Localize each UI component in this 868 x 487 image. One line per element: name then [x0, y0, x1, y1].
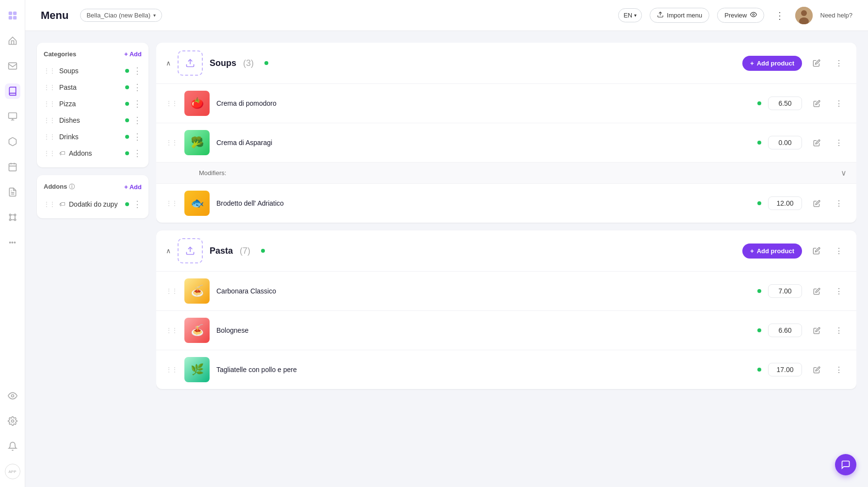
- svg-rect-2: [8, 16, 12, 19]
- price-input-crema-asparagi[interactable]: [768, 136, 802, 149]
- item-more-icon[interactable]: ⋮: [133, 200, 142, 209]
- add-addon-button[interactable]: + Add: [124, 183, 142, 191]
- plus-icon: +: [750, 247, 754, 255]
- soups-collapse-button[interactable]: ∧: [166, 59, 171, 67]
- soups-status-dot: [264, 61, 268, 65]
- product-drag-icon: ⋮⋮: [166, 288, 178, 294]
- product-more-button[interactable]: ⋮: [831, 323, 847, 338]
- drag-handle-icon: ⋮⋮: [44, 67, 55, 74]
- product-row-carbonara: ⋮⋮ 🍝 Carbonara Classico ⋮: [156, 272, 856, 311]
- import-menu-label: Import menu: [667, 12, 702, 19]
- monitor-icon[interactable]: [5, 109, 20, 124]
- product-edit-button[interactable]: [809, 135, 824, 150]
- more-dots-icon[interactable]: •••: [5, 235, 20, 250]
- sidebar-item-dishes[interactable]: ⋮⋮ Dishes ⋮: [37, 112, 148, 129]
- soups-edit-button[interactable]: [809, 55, 824, 71]
- item-more-icon[interactable]: ⋮: [133, 83, 142, 92]
- lang-chevron-icon: ▾: [634, 13, 637, 18]
- pasta-image-upload[interactable]: [178, 238, 203, 263]
- pasta-status-dot: [261, 249, 265, 253]
- soups-add-product-button[interactable]: + Add product: [742, 56, 802, 71]
- chat-bubble-button[interactable]: [835, 454, 856, 475]
- box-icon[interactable]: [5, 134, 20, 149]
- language-button[interactable]: EN ▾: [618, 8, 642, 22]
- pasta-more-button[interactable]: ⋮: [831, 243, 847, 259]
- pasta-category-name: Pasta: [210, 246, 233, 256]
- product-edit-button[interactable]: [809, 195, 824, 211]
- drag-handle-icon: ⋮⋮: [44, 150, 55, 157]
- price-input-carbonara[interactable]: [768, 284, 802, 298]
- mail-icon[interactable]: [5, 58, 20, 74]
- soups-more-button[interactable]: ⋮: [831, 55, 847, 71]
- item-more-icon[interactable]: ⋮: [133, 66, 142, 75]
- categories-header: Categories + Add: [37, 49, 148, 63]
- product-row-crema-asparagi: ⋮⋮ 🥦 Crema di Asparagi ⋮: [156, 123, 856, 162]
- restaurant-badge[interactable]: Bella_Ciao (new Bella) ▾: [80, 9, 162, 22]
- integration-icon[interactable]: [5, 210, 20, 225]
- svg-point-14: [753, 14, 754, 16]
- product-edit-button[interactable]: [809, 323, 824, 338]
- addons-help-icon[interactable]: ⓘ: [69, 183, 75, 190]
- product-row-brodetto: ⋮⋮ 🐟 Brodetto dell' Adriatico ⋮: [156, 184, 856, 223]
- product-more-button[interactable]: ⋮: [831, 195, 847, 211]
- sidebar-item-dodatki[interactable]: ⋮⋮ 🏷 Dodatki do zupy ⋮: [37, 196, 148, 212]
- modifiers-chevron-icon[interactable]: ∨: [841, 168, 847, 178]
- brand-icon: APP: [5, 464, 20, 479]
- svg-rect-0: [8, 12, 12, 15]
- price-input-tagliatelle[interactable]: [768, 363, 802, 376]
- sidebar-item-label: Pizza: [59, 100, 121, 108]
- sidebar-item-label: Dishes: [59, 116, 121, 124]
- product-more-button[interactable]: ⋮: [831, 135, 847, 150]
- product-edit-button[interactable]: [809, 96, 824, 111]
- price-input-brodetto[interactable]: [768, 196, 802, 210]
- product-status-dot: [757, 289, 761, 293]
- svg-point-8: [14, 214, 16, 215]
- price-input-bolognese[interactable]: [768, 324, 802, 337]
- soups-image-upload[interactable]: [178, 50, 203, 76]
- sidebar-item-drinks[interactable]: ⋮⋮ Drinks ⋮: [37, 129, 148, 145]
- menu-book-icon[interactable]: [5, 83, 20, 99]
- drag-handle-icon: ⋮⋮: [44, 117, 55, 124]
- pasta-category-block: ∧ Pasta (7) + Add product: [156, 230, 856, 389]
- eye-icon[interactable]: [5, 388, 20, 404]
- sidebar-item-addons[interactable]: ⋮⋮ 🏷 Addons ⋮: [37, 145, 148, 162]
- bell-icon[interactable]: [5, 438, 20, 454]
- item-more-icon[interactable]: ⋮: [133, 99, 142, 108]
- avatar[interactable]: [795, 7, 813, 24]
- lang-label: EN: [623, 12, 632, 19]
- top-header: Menu Bella_Ciao (new Bella) ▾ EN ▾ Impor…: [25, 0, 868, 31]
- sidebar-item-pizza[interactable]: ⋮⋮ Pizza ⋮: [37, 96, 148, 112]
- product-more-button[interactable]: ⋮: [831, 96, 847, 111]
- item-more-icon[interactable]: ⋮: [133, 149, 142, 158]
- pasta-category-header: ∧ Pasta (7) + Add product: [156, 230, 856, 272]
- calendar-icon[interactable]: [5, 159, 20, 175]
- drag-handle-icon: ⋮⋮: [44, 133, 55, 140]
- item-more-icon[interactable]: ⋮: [133, 132, 142, 141]
- sidebar-item-label: Dodatki do zupy: [69, 200, 121, 208]
- import-menu-button[interactable]: Import menu: [650, 8, 709, 23]
- pasta-collapse-button[interactable]: ∧: [166, 247, 171, 255]
- product-more-button[interactable]: ⋮: [831, 362, 847, 377]
- sidebar: Categories + Add ⋮⋮ Soups ⋮ ⋮⋮ Pasta ⋮ ⋮…: [37, 43, 148, 475]
- product-image-crema-pomodoro: 🍅: [184, 91, 210, 116]
- add-category-button[interactable]: + Add: [124, 50, 142, 58]
- product-edit-button[interactable]: [809, 362, 824, 377]
- logo-icon[interactable]: [5, 8, 20, 23]
- sidebar-item-pasta[interactable]: ⋮⋮ Pasta ⋮: [37, 79, 148, 96]
- product-more-button[interactable]: ⋮: [831, 283, 847, 299]
- product-edit-button[interactable]: [809, 283, 824, 299]
- settings-icon[interactable]: [5, 413, 20, 429]
- status-dot: [125, 85, 129, 89]
- preview-button[interactable]: Preview: [717, 8, 764, 23]
- page-icon[interactable]: [5, 184, 20, 200]
- item-more-icon[interactable]: ⋮: [133, 116, 142, 125]
- more-options-button[interactable]: ⋮: [772, 8, 787, 23]
- sidebar-item-soups[interactable]: ⋮⋮ Soups ⋮: [37, 63, 148, 79]
- pasta-edit-button[interactable]: [809, 243, 824, 259]
- product-name-carbonara: Carbonara Classico: [216, 287, 747, 295]
- pasta-add-product-button[interactable]: + Add product: [742, 244, 802, 259]
- home-icon[interactable]: [5, 33, 20, 49]
- price-input-crema-pomodoro[interactable]: [768, 97, 802, 110]
- modifiers-label: Modifiers:: [199, 169, 226, 177]
- need-help-link[interactable]: Need help?: [820, 12, 853, 19]
